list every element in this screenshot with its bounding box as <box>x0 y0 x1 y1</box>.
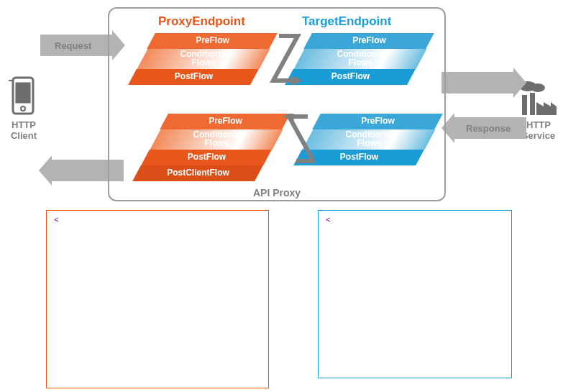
svg-point-5 <box>531 83 545 92</box>
proxy-res-postflow: PostFlow <box>141 150 272 165</box>
svg-rect-7 <box>530 93 535 115</box>
api-proxy-label: API Proxy <box>253 187 301 199</box>
request-out-arrow <box>441 72 513 94</box>
target-req-preflow: PreFlow <box>303 33 434 49</box>
proxy-res-postclientflow: PostClientFlow <box>132 165 263 181</box>
connector-bottom <box>257 114 315 167</box>
proxy-req-preflow: PreFlow <box>147 33 278 49</box>
target-endpoint-heading: TargetEndpoint <box>302 14 391 29</box>
target-req-conditional: ConditionalFlows <box>294 49 427 69</box>
phone-icon <box>9 76 37 116</box>
svg-rect-1 <box>16 83 30 103</box>
response-label: Response <box>466 123 511 134</box>
svg-point-2 <box>21 106 25 111</box>
proxy-endpoint-heading: ProxyEndpoint <box>158 14 245 29</box>
svg-rect-6 <box>522 95 527 115</box>
request-label: Request <box>55 40 91 51</box>
proxy-req-conditional: ConditionalFlows <box>137 49 270 69</box>
proxy-req-postflow: PostFlow <box>128 69 259 85</box>
target-res-conditional: ConditionalFlows <box>303 129 436 150</box>
proxy-endpoint-code: < <box>46 210 269 388</box>
http-client-label: HTTPClient <box>6 119 42 141</box>
connector-top <box>262 33 309 86</box>
target-endpoint-code: < <box>318 210 512 378</box>
target-res-preflow: PreFlow <box>312 114 443 129</box>
